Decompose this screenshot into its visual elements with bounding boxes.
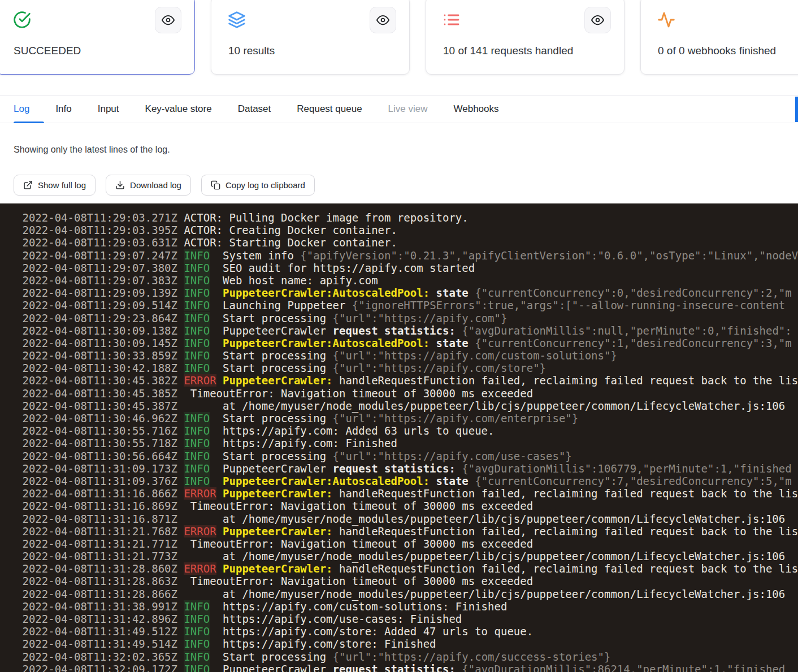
log-line: 2022-04-08T11:30:56.664Z INFO Start proc… (16, 450, 798, 462)
log-line: 2022-04-08T11:29:07.383Z INFO Web host n… (16, 274, 798, 287)
check-circle-icon (13, 11, 31, 29)
log-line: 2022-04-08T11:29:03.395Z ACTOR: Creating… (16, 224, 798, 236)
log-line: 2022-04-08T11:30:45.382Z ERROR Puppeteer… (16, 374, 798, 387)
tab-info[interactable]: Info (55, 96, 71, 123)
log-line: 2022-04-08T11:31:21.773Z at /home/myuser… (16, 550, 798, 562)
copy-log-button[interactable]: Copy log to clipboard (201, 175, 315, 196)
log-line: 2022-04-08T11:30:45.385Z TimeoutError: N… (16, 387, 798, 400)
log-line: 2022-04-08T11:31:21.768Z ERROR Puppeteer… (16, 525, 798, 537)
log-line: 2022-04-08T11:31:16.869Z TimeoutError: N… (16, 500, 798, 512)
download-log-button[interactable]: Download log (106, 175, 191, 196)
log-line: 2022-04-08T11:29:07.380Z INFO SEO audit … (16, 262, 798, 274)
log-line: 2022-04-08T11:30:09.145Z INFO PuppeteerC… (16, 337, 798, 349)
requests-handled-label: 10 of 141 requests handled (443, 45, 573, 57)
log-line: 2022-04-08T11:31:21.771Z TimeoutError: N… (16, 537, 798, 550)
log-line: 2022-04-08T11:31:09.173Z INFO PuppeteerC… (16, 462, 798, 475)
log-line: 2022-04-08T11:30:42.188Z INFO Start proc… (16, 362, 798, 374)
eye-button[interactable] (155, 7, 181, 33)
eye-button[interactable] (370, 7, 396, 33)
log-line: 2022-04-08T11:29:09.139Z INFO PuppeteerC… (16, 287, 798, 299)
tabs-scroll-indicator (795, 97, 798, 122)
copy-log-label: Copy log to clipboard (225, 180, 305, 190)
log-line: 2022-04-08T11:31:16.866Z ERROR Puppeteer… (16, 487, 798, 500)
show-full-log-label: Show full log (38, 180, 86, 190)
eye-icon (162, 14, 175, 27)
log-line: 2022-04-08T11:31:28.863Z TimeoutError: N… (16, 575, 798, 587)
log-line: 2022-04-08T11:29:09.514Z INFO Launching … (16, 299, 798, 311)
tab-key-value-store[interactable]: Key-value store (145, 96, 212, 123)
download-icon (115, 180, 125, 190)
layers-icon (228, 11, 246, 29)
tab-request-queue[interactable]: Request queue (297, 96, 362, 123)
log-line: 2022-04-08T11:31:42.896Z INFO https://ap… (16, 613, 798, 625)
external-link-icon (23, 180, 33, 190)
log-line: 2022-04-08T11:31:49.514Z INFO https://ap… (16, 638, 798, 650)
run-status-label: SUCCEEDED (14, 45, 81, 57)
log-line: 2022-04-08T11:30:55.716Z INFO https://ap… (16, 424, 798, 437)
log-line: 2022-04-08T11:29:03.631Z ACTOR: Starting… (16, 236, 798, 249)
log-line: 2022-04-08T11:31:09.376Z INFO PuppeteerC… (16, 475, 798, 487)
log-line: 2022-04-08T11:29:23.864Z INFO Start proc… (16, 312, 798, 324)
tab-dataset[interactable]: Dataset (238, 96, 271, 123)
download-log-label: Download log (130, 180, 181, 190)
log-line: 2022-04-08T11:30:46.962Z INFO Start proc… (16, 412, 798, 424)
tab-webhooks[interactable]: Webhooks (454, 96, 499, 123)
copy-icon (211, 180, 220, 190)
status-card-results[interactable]: 10 results (211, 0, 410, 75)
log-console[interactable]: 2022-04-08T11:29:03.271Z ACTOR: Pulling … (0, 203, 798, 672)
log-line: 2022-04-08T11:30:55.718Z INFO https://ap… (16, 437, 798, 449)
status-card-requests[interactable]: 10 of 141 requests handled (426, 0, 624, 75)
show-full-log-button[interactable]: Show full log (14, 175, 96, 196)
webhooks-finished-label: 0 of 0 webhooks finished (658, 45, 776, 57)
log-line: 2022-04-08T11:32:02.365Z INFO Start proc… (16, 651, 798, 663)
log-line: 2022-04-08T11:30:33.859Z INFO Start proc… (16, 349, 798, 362)
log-line: 2022-04-08T11:29:07.247Z INFO System inf… (16, 249, 798, 262)
results-count-label: 10 results (228, 45, 275, 57)
log-line: 2022-04-08T11:30:45.387Z at /home/myuser… (16, 400, 798, 412)
log-line: 2022-04-08T11:31:49.512Z INFO https://ap… (16, 625, 798, 638)
run-detail-tabs: Log Info Input Key-value store Dataset R… (0, 95, 798, 123)
log-line: 2022-04-08T11:30:09.138Z INFO PuppeteerC… (16, 324, 798, 337)
activity-pulse-icon (657, 11, 675, 29)
tab-live-view: Live view (388, 96, 428, 123)
tab-log[interactable]: Log (14, 96, 29, 123)
eye-icon (591, 14, 604, 27)
run-status-cards: SUCCEEDED 10 results 10 of 141 requests … (0, 0, 798, 75)
log-line: 2022-04-08T11:29:03.271Z ACTOR: Pulling … (16, 211, 798, 224)
log-line: 2022-04-08T11:31:16.871Z at /home/myuser… (16, 513, 798, 525)
log-line: 2022-04-08T11:31:28.860Z ERROR Puppeteer… (16, 562, 798, 575)
log-line: 2022-04-08T11:32:09.172Z INFO PuppeteerC… (16, 663, 798, 672)
status-card-webhooks[interactable]: 0 of 0 webhooks finished (640, 0, 798, 75)
list-icon (443, 11, 461, 29)
log-line: 2022-04-08T11:31:38.991Z INFO https://ap… (16, 600, 798, 613)
log-note: Showing only the latest lines of the log… (14, 145, 170, 155)
status-card-run-status[interactable]: SUCCEEDED (0, 0, 195, 75)
tab-input[interactable]: Input (98, 96, 119, 123)
log-line: 2022-04-08T11:31:28.866Z at /home/myuser… (16, 588, 798, 600)
log-actions: Show full log Download log Copy log to c… (14, 175, 315, 196)
eye-button[interactable] (584, 7, 611, 33)
eye-icon (376, 14, 389, 27)
